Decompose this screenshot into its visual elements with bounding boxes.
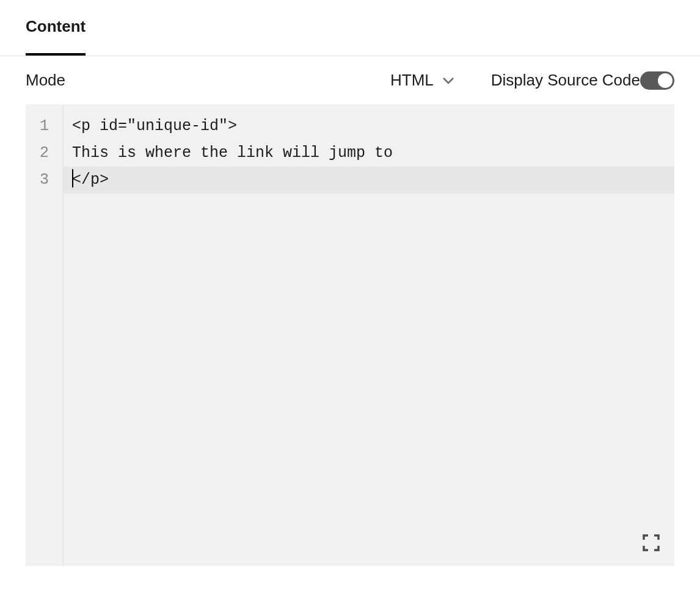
code-editor[interactable]: 1 2 3 <p id="unique-id"> This is where t… [26, 104, 674, 566]
controls-row: Mode HTML Display Source Code [0, 56, 700, 104]
line-number: 2 [26, 140, 63, 167]
line-number: 1 [26, 113, 63, 140]
code-line[interactable]: This is where the link will jump to [72, 140, 674, 167]
tab-content[interactable]: Content [26, 0, 86, 56]
code-line[interactable]: <p id="unique-id"> [72, 113, 674, 140]
display-source-code-toggle[interactable] [640, 71, 674, 90]
code-text: </p> [72, 171, 109, 189]
text-cursor [72, 169, 73, 187]
mode-select[interactable]: HTML [390, 71, 454, 90]
code-area[interactable]: <p id="unique-id"> This is where the lin… [64, 104, 674, 566]
tabs-row: Content [0, 0, 700, 56]
mode-label: Mode [26, 71, 65, 90]
line-number: 3 [26, 167, 63, 194]
toggle-knob [658, 73, 673, 88]
code-gutter: 1 2 3 [26, 104, 64, 566]
fullscreen-icon[interactable] [641, 533, 661, 553]
mode-value: HTML [390, 71, 434, 90]
display-source-code-label: Display Source Code [491, 71, 640, 90]
code-line-active[interactable]: </p> [64, 167, 674, 194]
chevron-down-icon [442, 74, 454, 87]
